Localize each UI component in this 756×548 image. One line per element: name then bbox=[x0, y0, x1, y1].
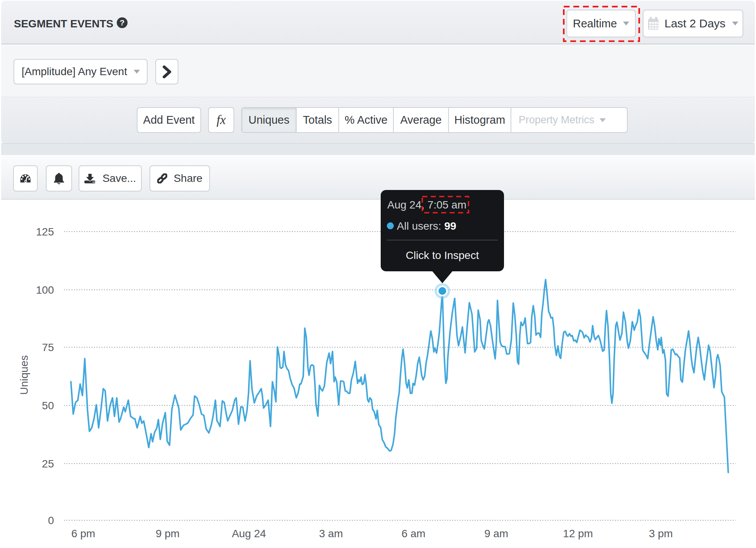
svg-text:50: 50 bbox=[42, 400, 54, 412]
svg-text:Uniques: Uniques bbox=[18, 355, 30, 395]
svg-text:0: 0 bbox=[48, 514, 54, 526]
svg-text:125: 125 bbox=[36, 226, 54, 238]
svg-text:Aug 24: Aug 24 bbox=[232, 528, 266, 540]
svg-text:100: 100 bbox=[36, 284, 54, 296]
svg-text:9 pm: 9 pm bbox=[156, 528, 180, 540]
svg-text:9 am: 9 am bbox=[484, 528, 508, 540]
svg-text:3 pm: 3 pm bbox=[649, 528, 673, 540]
svg-text:75: 75 bbox=[42, 341, 54, 353]
svg-text:25: 25 bbox=[42, 458, 54, 470]
svg-text:3 am: 3 am bbox=[319, 528, 343, 540]
svg-text:6 am: 6 am bbox=[402, 528, 425, 540]
svg-text:12 pm: 12 pm bbox=[563, 528, 593, 540]
svg-text:6 pm: 6 pm bbox=[71, 528, 95, 540]
